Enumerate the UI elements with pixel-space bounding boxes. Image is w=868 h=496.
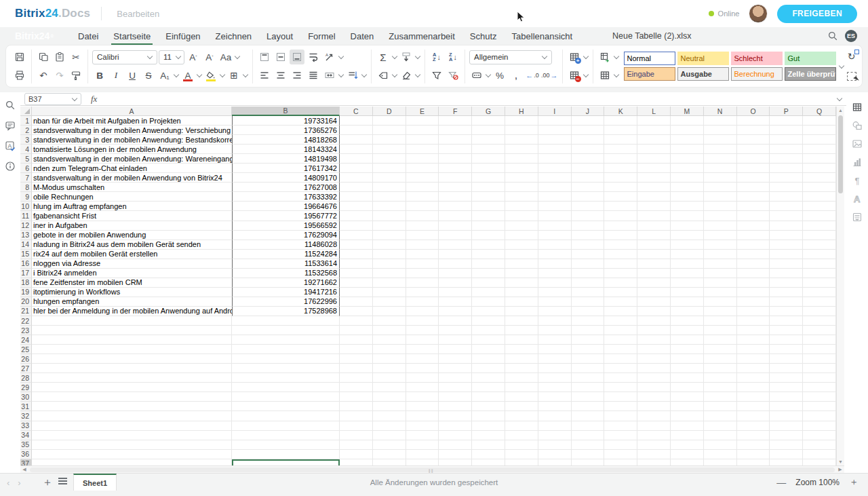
cell-E36[interactable] [406,450,439,459]
cell-H22[interactable] [505,316,538,326]
cell-L7[interactable] [637,173,671,183]
cell-C30[interactable] [340,392,373,402]
cell-L31[interactable] [637,402,671,411]
cell-O4[interactable] [737,145,770,154]
cell-E24[interactable] [406,335,439,345]
cell-B9[interactable]: 17633392 [232,192,340,202]
cell-C35[interactable] [340,440,373,450]
cell-L36[interactable] [637,450,671,459]
cell-N10[interactable] [704,202,737,211]
cell-F16[interactable] [439,259,472,269]
fill-button[interactable] [399,50,414,64]
cell-D22[interactable] [373,316,406,326]
cell-C28[interactable] [340,373,373,383]
cell-J29[interactable] [572,383,605,392]
chevron-down-icon[interactable] [220,73,225,78]
fill-color-button[interactable] [203,68,218,83]
cell-A18[interactable]: fene Zeitfenster im mobilen CRM [32,278,232,288]
search-icon[interactable] [827,31,838,44]
cell-E30[interactable] [406,392,439,402]
cell-Q9[interactable] [803,192,836,202]
cell-C8[interactable] [340,183,373,192]
cell-M32[interactable] [671,411,704,421]
cell-L10[interactable] [637,202,671,211]
cell-H20[interactable] [505,297,538,307]
cell-B11[interactable]: 19567772 [232,211,340,221]
cell-I31[interactable] [538,402,572,411]
justify-button[interactable] [306,68,321,83]
cell-H28[interactable] [505,373,538,383]
cell-G2[interactable] [472,126,505,135]
cell-Q23[interactable] [803,326,836,335]
cell-M28[interactable] [671,373,704,383]
cell-B30[interactable] [232,392,340,402]
cell-L6[interactable] [637,164,671,173]
cell-J16[interactable] [572,259,605,269]
cell-A12[interactable]: iner in Aufgaben [32,221,232,231]
change-case-button[interactable]: Aa [218,50,233,64]
cell-E14[interactable] [406,240,439,250]
cell-D31[interactable] [373,402,406,411]
cell-F23[interactable] [439,326,472,335]
cell-B25[interactable] [232,345,340,354]
cell-Q31[interactable] [803,402,836,411]
cell-B3[interactable]: 14818268 [232,135,340,145]
cell-J26[interactable] [572,354,605,364]
row-header-23[interactable]: 23 [20,326,32,335]
scroll-left-icon[interactable]: ◀ [20,467,28,472]
cell-A6[interactable]: nden zum Telegram-Chat einladen [32,164,232,173]
cell-D34[interactable] [373,431,406,440]
cell-P32[interactable] [770,411,803,421]
cell-Q3[interactable] [803,135,836,145]
orientation-button[interactable] [322,50,337,64]
row-header-22[interactable]: 22 [20,316,32,326]
chevron-down-icon[interactable] [415,73,420,78]
save-button[interactable] [12,50,27,64]
clear-filter-button[interactable] [446,68,460,83]
bold-button[interactable]: B [92,68,107,83]
cell-P18[interactable] [770,278,803,288]
chevron-down-icon[interactable] [392,73,397,78]
column-header-G[interactable]: G [472,107,505,116]
cell-J15[interactable] [572,250,605,259]
chevron-down-icon[interactable] [243,73,248,78]
cell-H9[interactable] [505,192,538,202]
cell-Q4[interactable] [803,145,836,154]
print-button[interactable] [12,68,27,83]
row-header-8[interactable]: 8 [20,183,32,192]
align-middle-button[interactable] [273,50,288,64]
cell-I20[interactable] [538,297,572,307]
cell-B5[interactable]: 14819498 [232,154,340,164]
cell-I24[interactable] [538,335,572,345]
cell-F11[interactable] [439,211,472,221]
cell-O10[interactable] [737,202,770,211]
row-header-9[interactable]: 9 [20,192,32,202]
cell-M27[interactable] [671,364,704,373]
cell-G25[interactable] [472,345,505,354]
cell-G26[interactable] [472,354,505,364]
cell-A5[interactable]: standsverwaltung in der mobilen Anwendun… [32,154,232,164]
cut-button[interactable]: ✂ [68,50,83,64]
cell-D36[interactable] [373,450,406,459]
cell-H30[interactable] [505,392,538,402]
cell-C37[interactable] [340,459,373,465]
cell-A35[interactable] [32,440,232,450]
cell-I12[interactable] [538,221,572,231]
cell-Q32[interactable] [803,411,836,421]
cell-J7[interactable] [572,173,605,183]
cell-L8[interactable] [637,183,671,192]
scroll-down-icon[interactable]: ▼ [837,458,844,465]
cell-N34[interactable] [704,431,737,440]
cell-N35[interactable] [704,440,737,450]
cell-A24[interactable] [32,335,232,345]
comma-style-button[interactable]: , [509,68,524,83]
cell-L32[interactable] [637,411,671,421]
cell-Q18[interactable] [803,278,836,288]
cell-J27[interactable] [572,364,605,373]
cell-A32[interactable] [32,411,232,421]
share-button[interactable]: FREIGEBEN [777,5,857,23]
cell-L4[interactable] [637,145,671,154]
cell-Q22[interactable] [803,316,836,326]
textart-settings-icon[interactable] [851,193,863,204]
chevron-down-icon[interactable] [235,54,240,60]
